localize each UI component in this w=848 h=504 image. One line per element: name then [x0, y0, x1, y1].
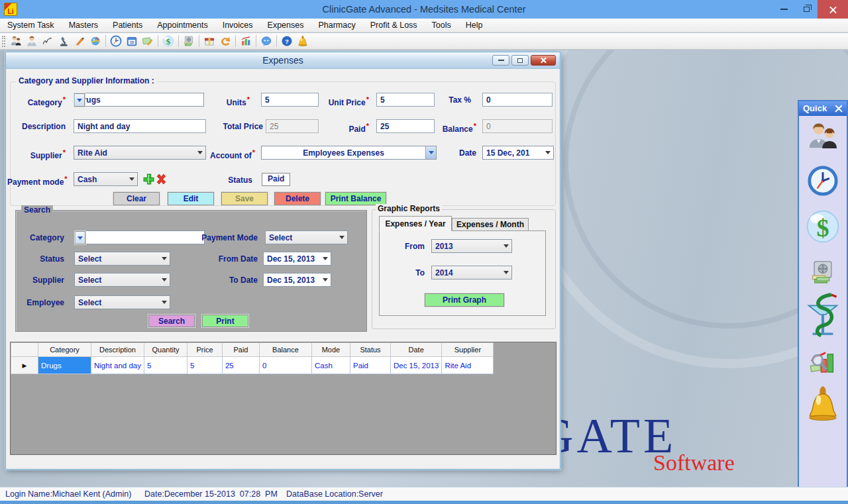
quick-report-icon[interactable]	[809, 348, 836, 379]
window-minimize-button[interactable]	[772, 0, 795, 19]
toolbar-bell-icon[interactable]	[295, 34, 311, 48]
paid-input[interactable]	[376, 119, 435, 133]
grid-column-paid[interactable]: Paid	[222, 343, 259, 357]
grid-column-date[interactable]: Date	[390, 343, 441, 357]
search-payment-mode-select[interactable]: Select	[265, 230, 348, 244]
delete-button[interactable]: Delete	[274, 192, 321, 205]
tax-input[interactable]	[482, 93, 553, 107]
row-selector-arrow[interactable]: ▶	[11, 357, 38, 374]
grid-cell[interactable]: 25	[222, 357, 259, 374]
chevron-down-icon[interactable]	[159, 252, 170, 265]
grid-column-mode[interactable]: Mode	[311, 343, 350, 357]
graph-to-select[interactable]: 2014	[431, 266, 512, 279]
toolbar-patients-icon[interactable]	[8, 34, 24, 48]
window-close-button[interactable]	[818, 0, 848, 19]
grid-cell[interactable]: Drugs	[38, 357, 91, 374]
grid-cell[interactable]: Night and day	[91, 357, 144, 374]
chevron-down-icon[interactable]	[127, 173, 137, 185]
toolbar-grip[interactable]	[2, 36, 5, 47]
chevron-down-icon[interactable]	[501, 240, 511, 252]
grid-column-balance[interactable]: Balance	[259, 343, 311, 357]
search-category-select[interactable]	[74, 230, 205, 244]
menu-tools[interactable]: Tools	[425, 19, 458, 32]
search-to-date-select[interactable]: Dec 15, 2013	[263, 273, 331, 287]
quick-dollar-icon[interactable]: $	[805, 206, 840, 247]
chevron-down-icon[interactable]	[320, 274, 331, 286]
chevron-down-icon[interactable]	[501, 266, 511, 279]
grid-column-price[interactable]: Price	[187, 343, 222, 357]
save-button[interactable]: Save	[221, 192, 268, 205]
grid-column-category[interactable]: Category	[38, 343, 91, 357]
search-supplier-select[interactable]: Select	[74, 273, 170, 287]
menu-pharmacy[interactable]: Pharmacy	[311, 19, 362, 32]
grid-cell[interactable]: 5	[144, 357, 187, 374]
description-input[interactable]	[74, 119, 206, 133]
menu-patients[interactable]: Patients	[105, 19, 150, 32]
quick-bell-icon[interactable]	[806, 385, 839, 423]
grid-cell[interactable]: Rite Aid	[442, 357, 494, 374]
quick-clock-icon[interactable]	[807, 162, 839, 199]
search-employee-select[interactable]: Select	[74, 295, 170, 309]
quick-safe-icon[interactable]	[809, 256, 836, 288]
chevron-down-icon[interactable]	[159, 296, 170, 309]
table-row[interactable]: ▶DrugsNight and day55250CashPaidDec 15, …	[11, 357, 494, 374]
dialog-minimize-button[interactable]	[492, 55, 509, 66]
delete-payment-mode-icon[interactable]	[156, 174, 167, 185]
toolbar-calendar-icon[interactable]: 15	[124, 34, 140, 48]
units-input[interactable]	[261, 93, 319, 107]
graph-from-select[interactable]: 2013	[431, 239, 512, 253]
toolbar-signature-icon[interactable]	[40, 34, 56, 48]
category-select[interactable]: Drugs	[74, 93, 204, 107]
grid-cell[interactable]: Cash	[311, 357, 350, 374]
chevron-down-icon[interactable]	[74, 93, 85, 107]
menu-masters[interactable]: Masters	[62, 19, 105, 32]
expenses-grid[interactable]: CategoryDescriptionQuantityPricePaidBala…	[10, 342, 556, 455]
menu-help[interactable]: Help	[458, 19, 490, 32]
chevron-down-icon[interactable]	[159, 274, 170, 286]
grid-column-supplier[interactable]: Supplier	[442, 343, 494, 357]
menu-appointments[interactable]: Appointments	[150, 19, 215, 32]
payment-mode-select[interactable]: Cash	[74, 172, 138, 186]
toolbar-prescription-icon[interactable]	[72, 34, 87, 48]
chevron-down-icon[interactable]	[75, 231, 85, 244]
tab-expenses-year[interactable]: Expenses / Year	[379, 216, 452, 231]
toolbar-gift-icon[interactable]	[201, 34, 217, 48]
expenses-dialog-titlebar[interactable]: Expenses	[6, 52, 560, 69]
quick-pharmacy-icon[interactable]	[802, 291, 843, 338]
grid-column-description[interactable]: Description	[91, 343, 144, 357]
clear-button[interactable]: Clear	[113, 192, 160, 205]
toolbar-safe-icon[interactable]	[181, 34, 197, 48]
menu-invoices[interactable]: Invoices	[215, 19, 260, 32]
search-from-date-select[interactable]: Dec 15, 2013	[263, 252, 331, 266]
menu-expenses[interactable]: Expenses	[260, 19, 311, 32]
edit-button[interactable]: Edit	[168, 192, 214, 205]
grid-cell[interactable]: 5	[187, 357, 222, 374]
chevron-down-icon[interactable]	[543, 146, 553, 159]
toolbar-staff-icon[interactable]	[24, 34, 40, 48]
grid-cell[interactable]: Dec 15, 2013	[390, 357, 441, 374]
grid-column-quantity[interactable]: Quantity	[144, 343, 187, 357]
toolbar-dollar-icon[interactable]: $	[160, 34, 176, 48]
dialog-close-button[interactable]	[531, 55, 556, 66]
search-print-button[interactable]: Print	[202, 315, 248, 327]
quick-panel-close-icon[interactable]	[835, 105, 843, 113]
date-select[interactable]: 15 Dec, 201	[482, 146, 554, 160]
print-balance-button[interactable]: Print Balance	[325, 192, 386, 205]
menu-profit-loss[interactable]: Profit & Loss	[363, 19, 425, 32]
chevron-down-icon[interactable]	[337, 231, 347, 244]
toolbar-microscope-icon[interactable]	[56, 34, 72, 48]
chevron-down-icon[interactable]	[320, 252, 331, 265]
toolbar-medical-kit-icon[interactable]	[87, 34, 103, 48]
toolbar-billing-icon[interactable]	[140, 34, 156, 48]
tab-expenses-month[interactable]: Expenses / Month	[452, 218, 529, 231]
unit-price-input[interactable]	[376, 93, 435, 107]
dialog-maximize-button[interactable]	[511, 55, 529, 66]
menu-system-task[interactable]: System Task	[0, 19, 62, 32]
print-graph-button[interactable]: Print Graph	[425, 293, 504, 307]
grid-cell[interactable]: 0	[259, 357, 311, 374]
quick-patients-icon[interactable]	[806, 117, 839, 156]
toolbar-refresh-icon[interactable]	[217, 34, 233, 48]
grid-cell[interactable]: Paid	[350, 357, 390, 374]
account-of-select[interactable]: Employees Expenses	[261, 146, 437, 160]
supplier-select[interactable]: Rite Aid	[74, 146, 206, 160]
